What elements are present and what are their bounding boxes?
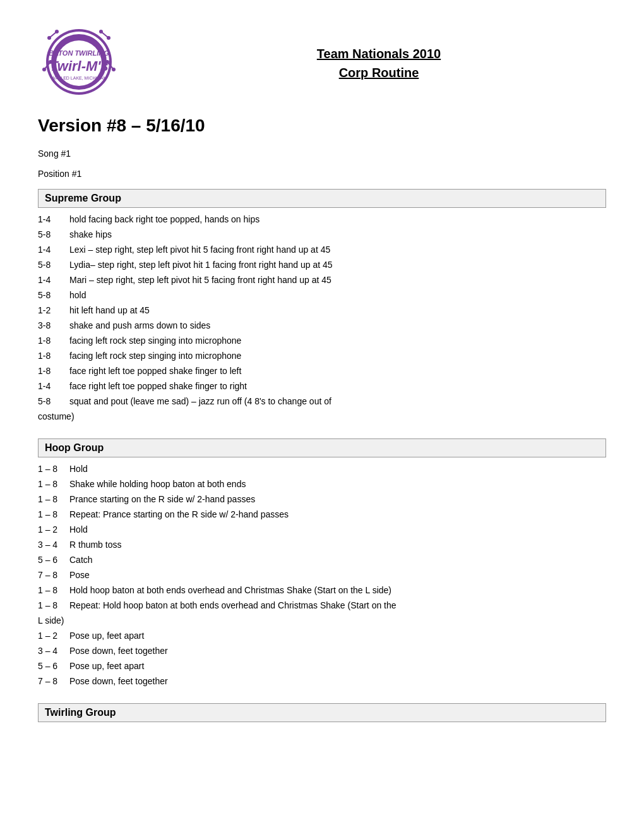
twirling-group-section: Twirling Group bbox=[38, 703, 606, 722]
list-item: 1-8 facing left rock step singing into m… bbox=[38, 334, 606, 348]
svg-point-12 bbox=[99, 30, 103, 33]
list-item: 1-8 face right left toe popped shake fin… bbox=[38, 365, 606, 378]
event-title: Team Nationals 2010 Corp Routine bbox=[152, 44, 606, 82]
list-item: 5 – 6 Pose up, feet apart bbox=[38, 660, 606, 673]
list-item: 1 – 8 Repeat: Hold hoop baton at both en… bbox=[38, 599, 606, 612]
list-item: 5-8 shake hips bbox=[38, 228, 606, 241]
list-item: 5-8 hold bbox=[38, 289, 606, 302]
list-item: 1 – 8 Hold hoop baton at both ends overh… bbox=[38, 584, 606, 597]
list-item: 1 – 8 Repeat: Prance starting on the R s… bbox=[38, 508, 606, 521]
list-item: 5-8 Lydia– step right, step left pivot h… bbox=[38, 258, 606, 272]
twirl-ms-logo: BATON TWIRLING Twirl-M's WALLED LAKE, MI… bbox=[38, 19, 120, 101]
continuation-text: costume) bbox=[38, 410, 606, 423]
svg-point-17 bbox=[112, 68, 116, 71]
twirling-group-header: Twirling Group bbox=[38, 703, 606, 722]
list-item: 1-4 face right left toe popped shake fin… bbox=[38, 380, 606, 393]
svg-point-18 bbox=[105, 60, 109, 64]
list-item: 7 – 8 Pose bbox=[38, 569, 606, 582]
list-item: 1 – 2 Pose up, feet apart bbox=[38, 629, 606, 643]
list-item: 1 – 8 Shake while holding hoop baton at … bbox=[38, 478, 606, 491]
svg-text:Twirl-M's: Twirl-M's bbox=[49, 58, 109, 74]
list-item: 5 – 6 Catch bbox=[38, 553, 606, 567]
list-item: 1-8 facing left rock step singing into m… bbox=[38, 349, 606, 363]
svg-point-11 bbox=[107, 36, 110, 40]
list-item: 3-8 shake and push arms down to sides bbox=[38, 319, 606, 332]
list-item: 5-8 squat and pout (leave me sad) – jazz… bbox=[38, 395, 606, 408]
list-item: 1 – 8 Hold bbox=[38, 462, 606, 476]
page-header: BATON TWIRLING Twirl-M's WALLED LAKE, MI… bbox=[38, 19, 606, 103]
logo-area: BATON TWIRLING Twirl-M's WALLED LAKE, MI… bbox=[38, 19, 152, 103]
svg-point-15 bbox=[49, 60, 52, 64]
list-item: 3 – 4 Pose down, feet together bbox=[38, 644, 606, 658]
hoop-group-header: Hoop Group bbox=[38, 438, 606, 457]
header-title: Team Nationals 2010 Corp Routine bbox=[152, 19, 606, 82]
list-item: 1-4 Mari – step right, step left pivot h… bbox=[38, 274, 606, 287]
list-item: 1-4 Lexi – step right, step left pivot h… bbox=[38, 243, 606, 257]
list-item: 1 – 2 Hold bbox=[38, 523, 606, 536]
svg-text:BATON TWIRLING: BATON TWIRLING bbox=[49, 49, 109, 57]
svg-point-14 bbox=[42, 68, 46, 71]
svg-point-8 bbox=[47, 36, 51, 40]
hoop-group-section: Hoop Group 1 – 8 Hold 1 – 8 Shake while … bbox=[38, 438, 606, 688]
list-item: 3 – 4 R thumb toss bbox=[38, 538, 606, 552]
svg-text:WALLED LAKE, MICHIGAN: WALLED LAKE, MICHIGAN bbox=[51, 76, 106, 80]
list-item: 7 – 8 Pose down, feet together bbox=[38, 675, 606, 688]
supreme-group-header: Supreme Group bbox=[38, 189, 606, 208]
position-label: Position #1 bbox=[38, 169, 606, 179]
list-item: 1 – 8 Prance starting on the R side w/ 2… bbox=[38, 493, 606, 506]
svg-point-9 bbox=[55, 30, 59, 33]
list-item: 1-2 hit left hand up at 45 bbox=[38, 304, 606, 317]
version-heading: Version #8 – 5/16/10 bbox=[38, 116, 606, 136]
supreme-group-section: Supreme Group 1-4 hold facing back right… bbox=[38, 189, 606, 423]
continuation-text: L side) bbox=[38, 614, 606, 627]
song-label: Song #1 bbox=[38, 148, 606, 159]
list-item: 1-4 hold facing back right toe popped, h… bbox=[38, 213, 606, 226]
